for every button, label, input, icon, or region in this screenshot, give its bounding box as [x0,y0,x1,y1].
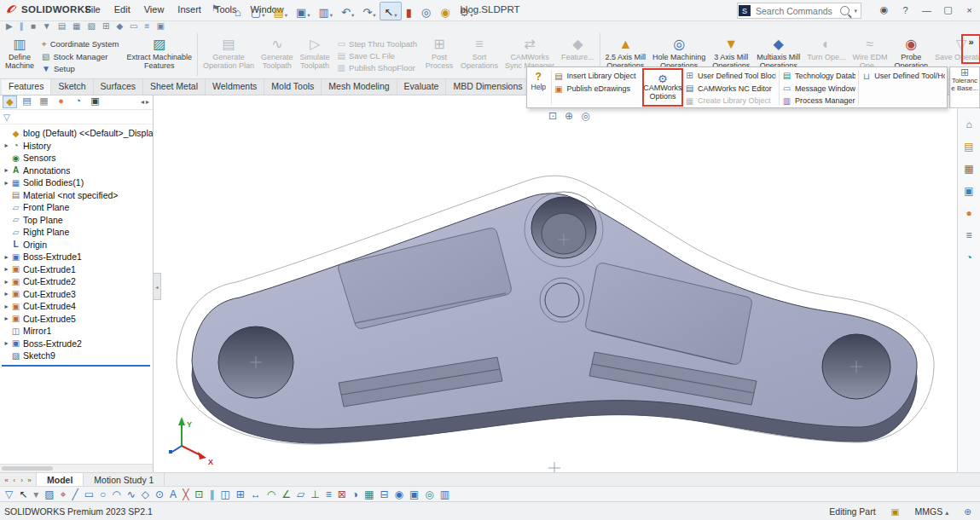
tree-item[interactable]: ▸ ▣ Cut-Extrude2 [0,275,153,288]
expander-icon[interactable]: ▸ [3,142,10,149]
ribbon-mini-icon[interactable]: ∥ [20,21,24,31]
ribbon-tab[interactable]: Sketch [51,78,93,95]
ribbon-mini-icon[interactable]: ▭ [130,21,137,31]
headsup-icon[interactable]: ⊕ [565,110,573,122]
sketch-tool-icon[interactable]: ∠ [281,488,291,501]
quickbar-button[interactable]: ▣ ▾ [292,2,315,20]
panel-arrow-icon[interactable]: ▸ [146,98,149,106]
tab-nav-arrow-icon[interactable]: ‹ [10,477,18,484]
dropdown-menu-item[interactable]: ⊞ User Defined Tool Block [685,70,776,82]
sketch-tool-icon[interactable]: ⊥ [310,488,319,501]
sketch-tool-icon[interactable]: ▥ [440,488,449,501]
ribbon-mini-icon[interactable]: ▦ [72,21,80,31]
user-profile-icon[interactable]: ◉ [873,4,895,15]
tree-item[interactable]: ▸ ▣ Boss-Extrude2 [0,338,153,350]
sketch-tool-icon[interactable]: ╱ [72,488,78,501]
ribbon-tab[interactable]: MBD Dimensions [446,78,530,95]
quickbar-button[interactable]: ▢ ▾ [246,2,270,20]
expander-icon[interactable]: ▸ [3,179,10,187]
ribbon-tab[interactable]: Mold Tools [264,78,322,95]
search-icon[interactable] [840,6,850,15]
sketch-tool-icon[interactable]: ▣ [409,488,419,501]
camworks-options-button[interactable]: ⚙ CAMWorks Options [642,68,683,107]
ribbon-mini-icon[interactable]: ⊞ [102,21,109,31]
expander-icon[interactable]: ▸ [3,278,10,286]
ribbon-mini-icon[interactable]: ≡ [145,21,150,31]
sketch-tool-icon[interactable]: ◇ [142,488,149,501]
rollback-bar[interactable] [2,365,150,367]
headsup-icon[interactable]: ◎ [581,110,589,122]
ribbon-button[interactable]: ▤ Generate Operation Plan [200,33,258,78]
dropdown-menu-item[interactable]: ▭ Message Window [782,83,855,95]
taskpane-icon[interactable]: ≡ [960,228,977,243]
ribbon-button[interactable]: ▷ Simulate Toolpath [297,33,333,78]
tree-item[interactable]: ▸ ▣ Cut-Extrude5 [0,313,153,326]
sketch-tool-icon[interactable]: ◠ [267,488,275,501]
expander-icon[interactable]: ▸ [3,166,10,174]
ribbon-mini-icon[interactable]: ◆ [116,21,123,31]
ribbon-mini-icon[interactable]: ▼ [43,21,51,31]
menu-item[interactable]: View [137,4,171,14]
tree-item[interactable]: ▱ Front Plane [0,201,153,214]
filter-icon[interactable]: ▽ [3,113,10,122]
tree-item[interactable]: ▸ ▣ Cut-Extrude3 [0,288,153,301]
expander-icon[interactable]: ▸ [3,303,10,310]
ribbon-stack-item[interactable]: ▤ Save CL File [338,51,417,61]
dropdown-menu-item[interactable]: ⊔ User Defined Tool/Holder [861,70,945,82]
panel-tab-icon[interactable]: ▣ [88,95,102,108]
ribbon-button[interactable]: ⊞ Post Process [421,33,457,78]
ribbon-mini-icon[interactable]: ▶ [6,21,13,31]
taskpane-icon[interactable]: ⌂ [960,117,977,132]
tree-item[interactable]: ▤ Material <not specified> [0,189,153,202]
headsup-icon[interactable]: ⊡ [548,110,557,122]
sketch-tool-icon[interactable]: ▽ [5,488,13,501]
sketch-tool-icon[interactable]: ↖ [19,488,27,501]
sketch-tool-icon[interactable]: ▱ [297,488,304,501]
ribbon-tab[interactable]: Features [2,78,51,95]
ribbon-stack-item[interactable]: ▼ Setup [42,64,119,73]
tab-nav-arrow-icon[interactable]: » [26,477,33,484]
expander-icon[interactable]: ▸ [3,265,10,273]
sketch-tool-icon[interactable]: ▭ [84,488,94,501]
close-button[interactable]: × [959,5,980,15]
tree-item[interactable]: ▸ ▣ Cut-Extrude1 [0,263,153,276]
dropdown-menu-item[interactable]: ▥ Process Manager [782,95,855,107]
expander-icon[interactable]: ▸ [3,315,10,322]
tree-item[interactable]: ▨ Sketch9 [0,350,153,362]
ribbon-mini-icon[interactable]: ■ [31,21,36,31]
taskpane-icon[interactable]: ▦ [960,161,977,176]
globe-icon[interactable]: ⊕ [964,506,971,517]
tree-item[interactable]: ▸ ▦ Solid Bodies(1) [0,176,153,189]
ribbon-button[interactable]: ▨ Extract Machinable Features [123,33,195,78]
sketch-tool-icon[interactable]: ◑ [352,488,358,501]
tree-item[interactable]: ▱ Right Plane [0,226,153,239]
model-tab[interactable]: Model [37,473,84,487]
tree-item[interactable]: ◆ blog (Default) <<Default>_Display Stat… [0,127,153,140]
tree-item[interactable]: L Origin [0,239,153,251]
model-canvas[interactable]: Y X [154,95,957,472]
quickbar-button[interactable]: ▤ ▾ [269,2,292,20]
graphics-viewport[interactable]: ⊡⊕◎ [154,95,957,472]
panel-collapse-handle[interactable]: ◂ [154,273,161,300]
ribbon-tab[interactable]: Sheet Metal [143,78,206,95]
sketch-tool-icon[interactable]: ⊙ [155,488,164,501]
panel-tab-icon[interactable]: ▤ [20,95,34,108]
ribbon-button[interactable]: ≡ Sort Operations [457,33,502,78]
ribbon-mini-icon[interactable]: ▤ [58,21,66,31]
ribbon-stack-item[interactable]: ⌖ Coordinate System [42,39,119,49]
tree-item[interactable]: ▸ ◔ History [0,140,153,153]
sketch-tool-icon[interactable]: ⊠ [338,488,346,501]
sketch-tool-icon[interactable]: ◎ [425,488,433,501]
sketch-tool-icon[interactable]: ⊟ [380,488,388,501]
menu-item[interactable]: Insert [171,4,208,14]
pin-icon[interactable]: ⚑ [212,3,219,13]
sketch-tool-icon[interactable]: A [170,488,177,501]
sketch-tool-icon[interactable]: ◫ [220,488,229,501]
tree-item[interactable]: ▸ ▣ Cut-Extrude4 [0,300,153,313]
search-chevron-icon[interactable]: ▾ [854,8,857,14]
quickbar-button[interactable]: ⌂ [230,2,246,20]
tree-item[interactable]: ◉ Sensors [0,152,153,165]
ribbon-tab[interactable]: Mesh Modeling [322,78,397,95]
model-tab[interactable]: Motion Study 1 [84,473,165,487]
tab-nav-arrow-icon[interactable]: « [3,477,10,484]
